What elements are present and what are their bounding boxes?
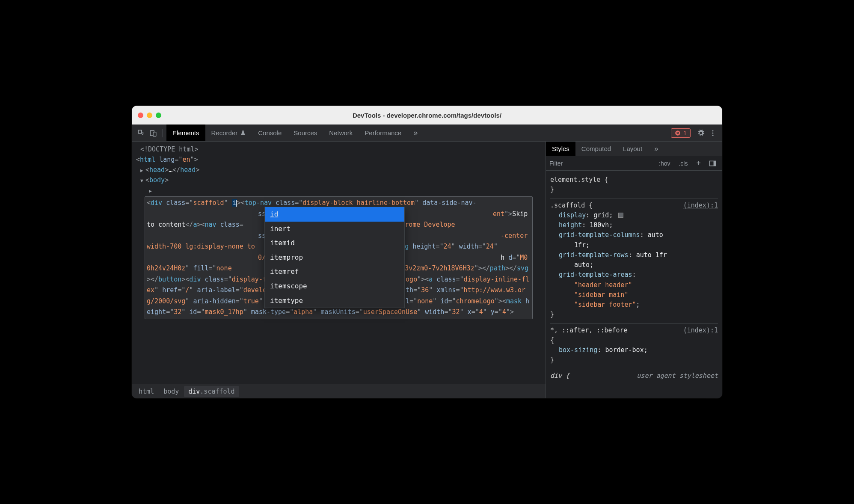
autocomplete-item[interactable]: itemprop <box>265 250 404 265</box>
head-node[interactable]: ▶<head>…</head> <box>136 165 541 175</box>
inspect-element-icon[interactable] <box>135 127 147 139</box>
selector-text: div { <box>550 372 569 379</box>
selector-text: .scaffold { <box>550 202 593 209</box>
rule-close: } <box>550 186 554 193</box>
error-count: 1 <box>683 130 687 136</box>
doctype-node[interactable]: <!DOCTYPE html> <box>136 144 541 154</box>
styles-tab-layout[interactable]: Layout <box>617 142 648 156</box>
svg-point-3 <box>712 130 714 131</box>
kebab-menu-icon[interactable] <box>707 127 719 139</box>
autocomplete-item[interactable]: itemid <box>265 236 404 250</box>
devtools-window: DevTools - developer.chrome.com/tags/dev… <box>132 106 722 398</box>
tab-sources[interactable]: Sources <box>288 125 323 141</box>
toolbar-divider <box>163 129 163 137</box>
minimize-window-button[interactable] <box>147 113 152 118</box>
styles-tab-styles[interactable]: Styles <box>546 142 575 156</box>
tab-console-label: Console <box>258 129 282 136</box>
autocomplete-item[interactable]: itemref <box>265 264 404 279</box>
autocomplete-item[interactable]: itemscope <box>265 279 404 294</box>
autocomplete-item[interactable]: inert <box>265 222 404 236</box>
styles-filter-input[interactable]: Filter <box>549 160 653 167</box>
html-node[interactable]: <html lang="en"> <box>136 154 541 165</box>
tab-console[interactable]: Console <box>252 125 288 141</box>
selector-text: element.style { <box>550 176 608 184</box>
attribute-autocomplete-popup: id inert itemid itemprop itemref itemsco… <box>264 207 405 308</box>
tab-network[interactable]: Network <box>323 125 359 141</box>
styles-rules[interactable]: element.style { } (index):1 .scaffold { … <box>546 171 722 398</box>
body-node[interactable]: ▼<body> <box>136 175 541 185</box>
tab-elements[interactable]: Elements <box>166 125 205 141</box>
toggle-sidebar-icon[interactable] <box>707 160 719 167</box>
styles-panel: Styles Computed Layout » Filter :hov .cl… <box>546 142 722 398</box>
expand-placeholder[interactable]: ▶ <box>136 185 541 196</box>
styles-tab-computed[interactable]: Computed <box>575 142 617 156</box>
breadcrumb-item-active[interactable]: div.scaffold <box>184 386 239 397</box>
tab-performance[interactable]: Performance <box>359 125 407 141</box>
styles-tabs-overflow[interactable]: » <box>648 142 664 156</box>
breadcrumb-item[interactable]: body <box>159 386 183 397</box>
settings-icon[interactable] <box>695 127 707 139</box>
error-icon <box>675 130 681 136</box>
maximize-window-button[interactable] <box>156 113 161 118</box>
dom-breadcrumb: html body div.scaffold <box>132 384 546 398</box>
rule-origin-link[interactable]: (index):1 <box>683 201 718 210</box>
breadcrumb-item[interactable]: html <box>134 386 158 397</box>
universal-rule[interactable]: (index):1 *, ::after, ::before{ box-sizi… <box>550 324 718 369</box>
styles-filter-bar: Filter :hov .cls + <box>546 156 722 171</box>
element-style-rule[interactable]: element.style { } <box>550 173 718 199</box>
elements-panel: <!DOCTYPE html> <html lang="en"> ▶<head>… <box>132 142 546 398</box>
error-badge[interactable]: 1 <box>671 128 691 138</box>
svg-rect-1 <box>153 132 156 136</box>
tab-performance-label: Performance <box>365 129 401 136</box>
grid-swatch-icon[interactable] <box>618 213 623 218</box>
tab-elements-label: Elements <box>172 129 199 136</box>
svg-point-4 <box>712 132 714 133</box>
tab-recorder[interactable]: Recorder <box>205 125 252 141</box>
window-title: DevTools - developer.chrome.com/tags/dev… <box>132 112 722 119</box>
svg-rect-7 <box>714 161 716 166</box>
rule-close: } <box>550 356 554 364</box>
ua-div-rule[interactable]: user agent stylesheet div { <box>550 369 718 384</box>
autocomplete-item[interactable]: itemtype <box>265 294 404 308</box>
new-style-rule-icon[interactable]: + <box>694 158 703 169</box>
tab-network-label: Network <box>329 129 353 136</box>
tabs-overflow[interactable]: » <box>407 125 424 141</box>
hov-toggle[interactable]: :hov <box>656 159 673 168</box>
main-toolbar: Elements Recorder Console Sources Networ… <box>132 125 722 142</box>
window-controls <box>138 113 161 118</box>
tab-recorder-label: Recorder <box>211 129 238 136</box>
cls-toggle[interactable]: .cls <box>676 159 690 168</box>
svg-point-5 <box>712 134 714 136</box>
styles-tabs: Styles Computed Layout » <box>546 142 722 156</box>
rule-origin-link[interactable]: (index):1 <box>683 326 718 335</box>
flask-icon <box>240 130 246 136</box>
device-toolbar-icon[interactable] <box>147 127 159 139</box>
tab-sources-label: Sources <box>294 129 317 136</box>
main-area: <!DOCTYPE html> <html lang="en"> ▶<head>… <box>132 142 722 398</box>
dom-tree[interactable]: <!DOCTYPE html> <html lang="en"> ▶<head>… <box>132 142 546 384</box>
rule-close: } <box>550 311 554 318</box>
scaffold-rule[interactable]: (index):1 .scaffold { display: grid; hei… <box>550 199 718 324</box>
ua-stylesheet-label: user agent stylesheet <box>637 371 718 381</box>
titlebar: DevTools - developer.chrome.com/tags/dev… <box>132 106 722 125</box>
close-window-button[interactable] <box>138 113 143 118</box>
autocomplete-item[interactable]: id <box>265 207 404 222</box>
